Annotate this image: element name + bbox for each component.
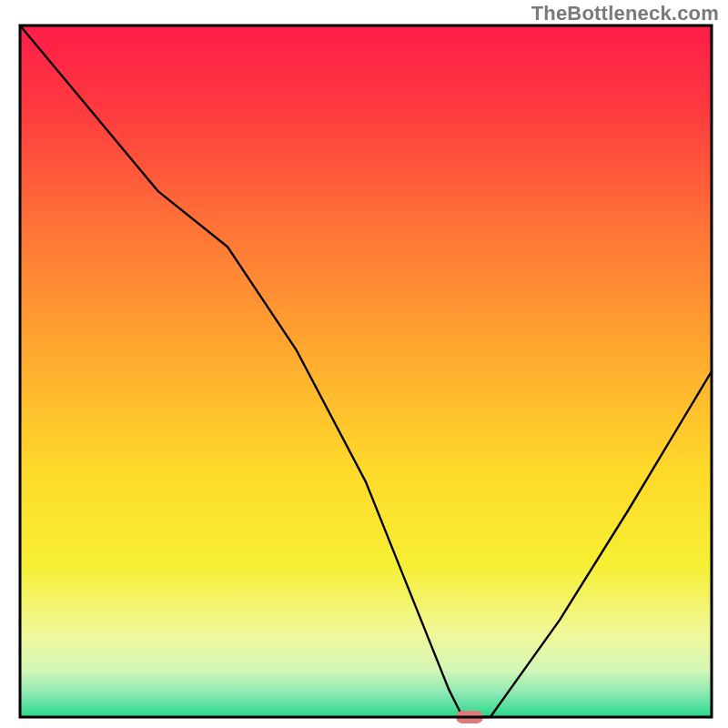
bottleneck-chart	[0, 0, 728, 728]
watermark-text: TheBottleneck.com	[531, 2, 719, 25]
chart-container: { "watermark": "TheBottleneck.com", "cha…	[0, 0, 728, 728]
plot-background	[20, 25, 712, 717]
